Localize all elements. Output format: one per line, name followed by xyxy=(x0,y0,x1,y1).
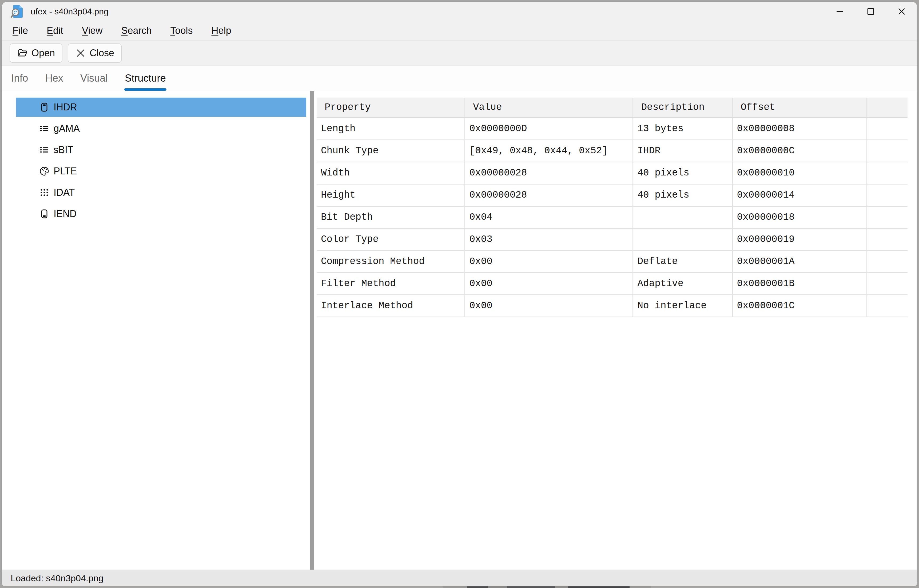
toolbar: Open Close xyxy=(2,41,917,66)
maximize-button[interactable] xyxy=(855,2,886,21)
cell-offset: 0x0000001B xyxy=(732,273,867,295)
table-row: Height 0x00000028 40 pixels 0x00000014 xyxy=(317,184,908,206)
close-icon xyxy=(897,7,906,16)
open-folder-icon xyxy=(17,48,28,58)
cell-description: No interlace xyxy=(633,295,732,317)
tree-item-label: IDAT xyxy=(53,187,75,198)
statusbar: Loaded: s40n3p04.png xyxy=(2,570,917,586)
menu-tools[interactable]: Tools xyxy=(161,21,202,40)
palette-icon xyxy=(39,166,49,176)
cell-value: 0x03 xyxy=(465,228,633,250)
table-row: Bit Depth 0x04 0x00000018 xyxy=(317,206,908,228)
window-title: ufex - s40n3p04.png xyxy=(31,6,108,16)
table-row: Compression Method 0x00 Deflate 0x000000… xyxy=(317,250,908,273)
tree-item-sbit[interactable]: sBIT xyxy=(16,140,306,160)
cell-offset: 0x00000018 xyxy=(732,206,867,228)
tree-item-plte[interactable]: PLTE xyxy=(16,162,306,181)
menu-edit[interactable]: Edit xyxy=(37,21,73,40)
cell-empty xyxy=(867,273,908,295)
table-row: Width 0x00000028 40 pixels 0x00000010 xyxy=(317,162,908,184)
cell-property: Length xyxy=(317,118,465,140)
minimize-button[interactable] xyxy=(824,2,855,21)
cell-empty xyxy=(867,250,908,273)
chunk-end-icon xyxy=(39,209,49,219)
column-header-empty xyxy=(867,98,908,118)
tree-item-ihdr[interactable]: IHDR xyxy=(16,98,306,117)
cell-property: Width xyxy=(317,162,465,184)
table-row: Filter Method 0x00 Adaptive 0x0000001B xyxy=(317,273,908,295)
cell-value: [0x49, 0x48, 0x44, 0x52] xyxy=(465,140,633,162)
cell-value: 0x00 xyxy=(465,273,633,295)
close-button-label: Close xyxy=(90,47,114,59)
cell-description: Deflate xyxy=(633,250,732,273)
cell-value: 0x00000028 xyxy=(465,162,633,184)
cell-property: Chunk Type xyxy=(317,140,465,162)
menu-help[interactable]: Help xyxy=(202,21,241,40)
cell-description: 40 pixels xyxy=(633,162,732,184)
menubar: File Edit View Search Tools Help xyxy=(2,21,917,41)
content-area: IHDR gAMA xyxy=(2,91,917,570)
column-header-description: Description xyxy=(633,98,732,118)
column-header-value: Value xyxy=(465,98,633,118)
cell-empty xyxy=(867,118,908,140)
cell-property: Compression Method xyxy=(317,250,465,273)
tabbar: Info Hex Visual Structure xyxy=(2,66,917,91)
cell-property: Filter Method xyxy=(317,273,465,295)
table-row: Color Type 0x03 0x00000019 xyxy=(317,228,908,250)
cell-offset: 0x00000008 xyxy=(732,118,867,140)
tree-item-gama[interactable]: gAMA xyxy=(16,119,306,138)
cell-empty xyxy=(867,206,908,228)
cell-description: Adaptive xyxy=(633,273,732,295)
cell-value: 0x00 xyxy=(465,295,633,317)
cell-value: 0x0000000D xyxy=(465,118,633,140)
property-table: Property Value Description Offset Length… xyxy=(317,98,908,317)
cell-description: 40 pixels xyxy=(633,184,732,206)
cell-empty xyxy=(867,295,908,317)
cell-description xyxy=(633,206,732,228)
cell-property: Interlace Method xyxy=(317,295,465,317)
tree-item-label: IEND xyxy=(53,208,76,220)
status-text: Loaded: s40n3p04.png xyxy=(11,573,104,583)
cell-value: 0x00 xyxy=(465,250,633,273)
tree-item-label: PLTE xyxy=(53,166,77,177)
table-row: Length 0x0000000D 13 bytes 0x00000008 xyxy=(317,118,908,140)
tab-hex[interactable]: Hex xyxy=(45,66,63,90)
panel-splitter[interactable] xyxy=(310,91,314,570)
app-window: ufex - s40n3p04.png File Edit View Searc… xyxy=(2,2,917,586)
cell-offset: 0x0000001A xyxy=(732,250,867,273)
window-controls xyxy=(824,2,917,21)
app-icon xyxy=(10,4,25,19)
tree-item-label: gAMA xyxy=(53,123,80,134)
cell-value: 0x04 xyxy=(465,206,633,228)
maximize-icon xyxy=(866,7,875,16)
minimize-icon xyxy=(835,7,844,16)
cell-offset: 0x00000019 xyxy=(732,228,867,250)
cell-description: IHDR xyxy=(633,140,732,162)
column-header-offset: Offset xyxy=(732,98,867,118)
tree-item-idat[interactable]: IDAT xyxy=(16,183,306,202)
tree-item-label: sBIT xyxy=(53,144,73,155)
table-row: Interlace Method 0x00 No interlace 0x000… xyxy=(317,295,908,317)
list-icon xyxy=(39,124,49,133)
cell-offset: 0x0000000C xyxy=(732,140,867,162)
menu-view[interactable]: View xyxy=(73,21,112,40)
tab-structure[interactable]: Structure xyxy=(125,66,166,90)
table-header-row: Property Value Description Offset xyxy=(317,98,908,118)
tree-item-iend[interactable]: IEND xyxy=(16,204,306,223)
cell-empty xyxy=(867,140,908,162)
cell-offset: 0x00000014 xyxy=(732,184,867,206)
menu-search[interactable]: Search xyxy=(112,21,161,40)
menu-file[interactable]: File xyxy=(3,21,37,40)
close-window-button[interactable] xyxy=(886,2,917,21)
chunk-header-icon xyxy=(39,102,49,112)
tab-info[interactable]: Info xyxy=(11,66,28,90)
open-button[interactable]: Open xyxy=(10,44,62,63)
cell-property: Height xyxy=(317,184,465,206)
close-file-button[interactable]: Close xyxy=(68,44,121,63)
chunk-tree-panel: IHDR gAMA xyxy=(2,91,310,570)
cell-description: 13 bytes xyxy=(633,118,732,140)
cell-property: Bit Depth xyxy=(317,206,465,228)
tab-visual[interactable]: Visual xyxy=(80,66,108,90)
column-header-property: Property xyxy=(317,98,465,118)
cell-property: Color Type xyxy=(317,228,465,250)
